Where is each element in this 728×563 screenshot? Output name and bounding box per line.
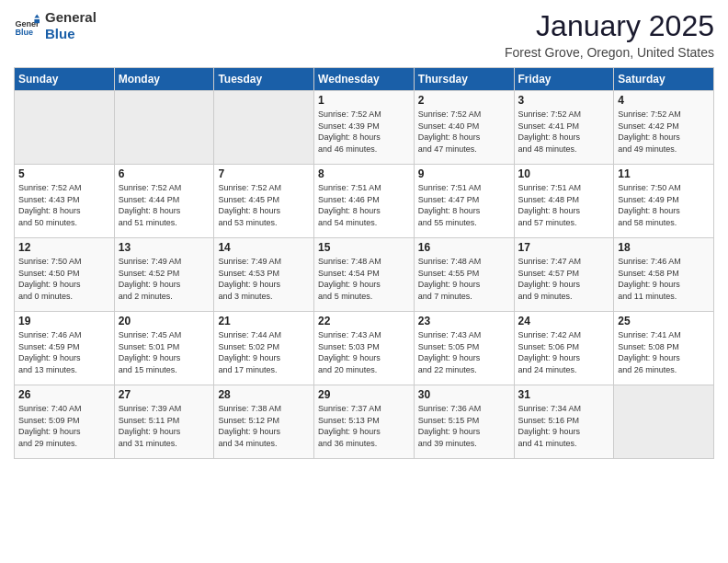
day-info: Sunrise: 7:50 AM Sunset: 4:50 PM Dayligh… <box>18 256 110 302</box>
col-monday: Monday <box>114 68 214 91</box>
table-row: 18Sunrise: 7:46 AM Sunset: 4:58 PM Dayli… <box>614 238 714 312</box>
day-number: 9 <box>418 167 510 180</box>
day-number: 4 <box>618 94 710 107</box>
logo-icon: General Blue <box>14 13 40 39</box>
table-row <box>15 91 115 165</box>
day-number: 22 <box>318 315 410 327</box>
table-row: 2Sunrise: 7:52 AM Sunset: 4:40 PM Daylig… <box>414 91 514 165</box>
day-info: Sunrise: 7:52 AM Sunset: 4:44 PM Dayligh… <box>119 182 210 228</box>
day-info: Sunrise: 7:45 AM Sunset: 5:01 PM Dayligh… <box>119 329 210 375</box>
day-info: Sunrise: 7:39 AM Sunset: 5:11 PM Dayligh… <box>119 403 210 449</box>
table-row: 29Sunrise: 7:37 AM Sunset: 5:13 PM Dayli… <box>314 385 415 459</box>
calendar-page: General Blue General Blue January 2025 F… <box>0 0 728 563</box>
table-row: 5Sunrise: 7:52 AM Sunset: 4:43 PM Daylig… <box>15 165 115 238</box>
day-info: Sunrise: 7:46 AM Sunset: 4:59 PM Dayligh… <box>18 329 110 375</box>
day-info: Sunrise: 7:37 AM Sunset: 5:13 PM Dayligh… <box>318 403 410 449</box>
day-number: 28 <box>218 388 310 401</box>
table-row: 27Sunrise: 7:39 AM Sunset: 5:11 PM Dayli… <box>114 385 214 459</box>
day-number: 13 <box>119 241 210 254</box>
logo-blue-text: Blue <box>45 26 97 42</box>
day-info: Sunrise: 7:52 AM Sunset: 4:39 PM Dayligh… <box>318 109 410 155</box>
calendar-header-row: Sunday Monday Tuesday Wednesday Thursday… <box>15 68 714 91</box>
day-info: Sunrise: 7:51 AM Sunset: 4:46 PM Dayligh… <box>318 182 410 228</box>
table-row: 28Sunrise: 7:38 AM Sunset: 5:12 PM Dayli… <box>214 385 314 459</box>
day-info: Sunrise: 7:41 AM Sunset: 5:08 PM Dayligh… <box>618 329 710 375</box>
table-row: 31Sunrise: 7:34 AM Sunset: 5:16 PM Dayli… <box>514 385 614 459</box>
table-row: 20Sunrise: 7:45 AM Sunset: 5:01 PM Dayli… <box>114 312 214 385</box>
table-row: 4Sunrise: 7:52 AM Sunset: 4:42 PM Daylig… <box>614 91 714 165</box>
day-number: 11 <box>618 167 710 180</box>
col-saturday: Saturday <box>614 68 714 91</box>
day-number: 27 <box>119 388 210 401</box>
day-info: Sunrise: 7:46 AM Sunset: 4:58 PM Dayligh… <box>618 256 710 302</box>
day-number: 17 <box>518 241 610 254</box>
day-info: Sunrise: 7:51 AM Sunset: 4:47 PM Dayligh… <box>418 182 510 228</box>
svg-text:Blue: Blue <box>15 28 33 37</box>
day-number: 30 <box>418 388 510 401</box>
table-row: 22Sunrise: 7:43 AM Sunset: 5:03 PM Dayli… <box>314 312 415 385</box>
table-row <box>214 91 314 165</box>
day-info: Sunrise: 7:50 AM Sunset: 4:49 PM Dayligh… <box>618 182 710 228</box>
table-row <box>114 91 214 165</box>
table-row: 25Sunrise: 7:41 AM Sunset: 5:08 PM Dayli… <box>614 312 714 385</box>
day-number: 7 <box>218 167 310 180</box>
day-info: Sunrise: 7:47 AM Sunset: 4:57 PM Dayligh… <box>518 256 610 302</box>
table-row: 15Sunrise: 7:48 AM Sunset: 4:54 PM Dayli… <box>314 238 415 312</box>
table-row: 10Sunrise: 7:51 AM Sunset: 4:48 PM Dayli… <box>514 165 614 238</box>
table-row: 16Sunrise: 7:48 AM Sunset: 4:55 PM Dayli… <box>414 238 514 312</box>
logo: General Blue General Blue <box>14 9 97 42</box>
calendar-week-row: 1Sunrise: 7:52 AM Sunset: 4:39 PM Daylig… <box>15 91 714 165</box>
day-number: 24 <box>518 315 610 327</box>
title-area: January 2025 Forest Grove, Oregon, Unite… <box>505 9 714 60</box>
calendar-table: Sunday Monday Tuesday Wednesday Thursday… <box>14 67 714 459</box>
table-row: 6Sunrise: 7:52 AM Sunset: 4:44 PM Daylig… <box>114 165 214 238</box>
day-info: Sunrise: 7:48 AM Sunset: 4:54 PM Dayligh… <box>318 256 410 302</box>
table-row: 7Sunrise: 7:52 AM Sunset: 4:45 PM Daylig… <box>214 165 314 238</box>
day-number: 26 <box>18 388 110 401</box>
table-row: 9Sunrise: 7:51 AM Sunset: 4:47 PM Daylig… <box>414 165 514 238</box>
day-number: 15 <box>318 241 410 254</box>
day-number: 16 <box>418 241 510 254</box>
day-number: 6 <box>119 167 210 180</box>
day-number: 19 <box>18 315 110 327</box>
day-info: Sunrise: 7:48 AM Sunset: 4:55 PM Dayligh… <box>418 256 510 302</box>
col-sunday: Sunday <box>15 68 115 91</box>
day-number: 23 <box>418 315 510 327</box>
day-number: 1 <box>318 94 410 107</box>
day-info: Sunrise: 7:42 AM Sunset: 5:06 PM Dayligh… <box>518 329 610 375</box>
table-row: 26Sunrise: 7:40 AM Sunset: 5:09 PM Dayli… <box>15 385 115 459</box>
day-info: Sunrise: 7:38 AM Sunset: 5:12 PM Dayligh… <box>218 403 310 449</box>
svg-marker-2 <box>34 14 40 17</box>
day-info: Sunrise: 7:52 AM Sunset: 4:43 PM Dayligh… <box>18 182 110 228</box>
table-row: 17Sunrise: 7:47 AM Sunset: 4:57 PM Dayli… <box>514 238 614 312</box>
day-number: 12 <box>18 241 110 254</box>
day-info: Sunrise: 7:44 AM Sunset: 5:02 PM Dayligh… <box>218 329 310 375</box>
day-number: 29 <box>318 388 410 401</box>
month-title: January 2025 <box>505 9 714 43</box>
day-number: 2 <box>418 94 510 107</box>
calendar-week-row: 5Sunrise: 7:52 AM Sunset: 4:43 PM Daylig… <box>15 165 714 238</box>
svg-marker-3 <box>34 19 40 23</box>
day-info: Sunrise: 7:43 AM Sunset: 5:03 PM Dayligh… <box>318 329 410 375</box>
day-info: Sunrise: 7:52 AM Sunset: 4:41 PM Dayligh… <box>518 109 610 155</box>
day-info: Sunrise: 7:52 AM Sunset: 4:42 PM Dayligh… <box>618 109 710 155</box>
calendar-week-row: 26Sunrise: 7:40 AM Sunset: 5:09 PM Dayli… <box>15 385 714 459</box>
day-info: Sunrise: 7:34 AM Sunset: 5:16 PM Dayligh… <box>518 403 610 449</box>
day-number: 14 <box>218 241 310 254</box>
table-row: 12Sunrise: 7:50 AM Sunset: 4:50 PM Dayli… <box>15 238 115 312</box>
col-tuesday: Tuesday <box>214 68 314 91</box>
table-row: 13Sunrise: 7:49 AM Sunset: 4:52 PM Dayli… <box>114 238 214 312</box>
col-thursday: Thursday <box>414 68 514 91</box>
table-row: 8Sunrise: 7:51 AM Sunset: 4:46 PM Daylig… <box>314 165 415 238</box>
day-number: 5 <box>18 167 110 180</box>
day-info: Sunrise: 7:43 AM Sunset: 5:05 PM Dayligh… <box>418 329 510 375</box>
day-number: 3 <box>518 94 610 107</box>
day-info: Sunrise: 7:51 AM Sunset: 4:48 PM Dayligh… <box>518 182 610 228</box>
col-friday: Friday <box>514 68 614 91</box>
day-info: Sunrise: 7:49 AM Sunset: 4:52 PM Dayligh… <box>119 256 210 302</box>
table-row: 19Sunrise: 7:46 AM Sunset: 4:59 PM Dayli… <box>15 312 115 385</box>
table-row: 14Sunrise: 7:49 AM Sunset: 4:53 PM Dayli… <box>214 238 314 312</box>
calendar-week-row: 12Sunrise: 7:50 AM Sunset: 4:50 PM Dayli… <box>15 238 714 312</box>
day-number: 20 <box>119 315 210 327</box>
table-row: 21Sunrise: 7:44 AM Sunset: 5:02 PM Dayli… <box>214 312 314 385</box>
